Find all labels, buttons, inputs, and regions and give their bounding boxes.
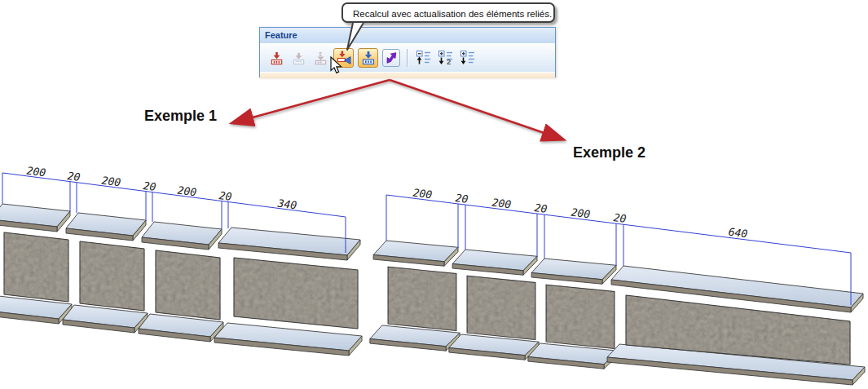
annotation-arrows [235, 80, 561, 139]
dim-label: 200 [571, 206, 591, 221]
screenshot-root: { "window": { "title": "Feature" }, "too… [0, 0, 868, 389]
beam [528, 259, 618, 369]
dim-label: 20 [534, 201, 549, 215]
dim-label: 200 [101, 175, 121, 189]
illustration-canvas: 200 20 200 20 200 20 340 200 20 2 [0, 0, 868, 389]
arrow-to-example1 [235, 80, 390, 122]
dim-label: 340 [276, 197, 297, 211]
dim-label: 20 [143, 179, 157, 193]
beam [449, 250, 539, 360]
example2-model: 200 20 200 20 200 20 640 [370, 187, 865, 385]
example1-label: Exemple 1 [144, 108, 217, 125]
tooltip: Recalcul avec actualisation des éléments… [341, 2, 555, 23]
tooltip-tail [342, 23, 370, 52]
example2-label: Exemple 2 [573, 144, 645, 161]
beam [139, 222, 223, 342]
dim-label: 20 [455, 192, 469, 206]
beam-wide [214, 228, 362, 356]
beam [370, 241, 460, 351]
dim-label: 20 [613, 211, 628, 225]
example2-dimension-labels: 200 20 200 20 200 20 640 [412, 187, 748, 241]
dim-label: 20 [67, 170, 82, 183]
dim-label: 200 [177, 184, 197, 199]
dim-label: 200 [491, 197, 512, 211]
dim-label: 640 [728, 226, 748, 241]
arrow-to-example2 [390, 80, 561, 139]
beam [63, 213, 148, 333]
dim-label: 20 [218, 189, 233, 203]
beam-long [607, 266, 865, 385]
dim-label: 200 [412, 187, 433, 201]
mouse-cursor-icon [329, 56, 344, 76]
beam [0, 204, 72, 324]
example1-model: 200 20 200 20 200 20 340 [0, 165, 362, 356]
example1-dimension-labels: 200 20 200 20 200 20 340 [26, 165, 297, 212]
dim-label: 200 [26, 165, 46, 179]
